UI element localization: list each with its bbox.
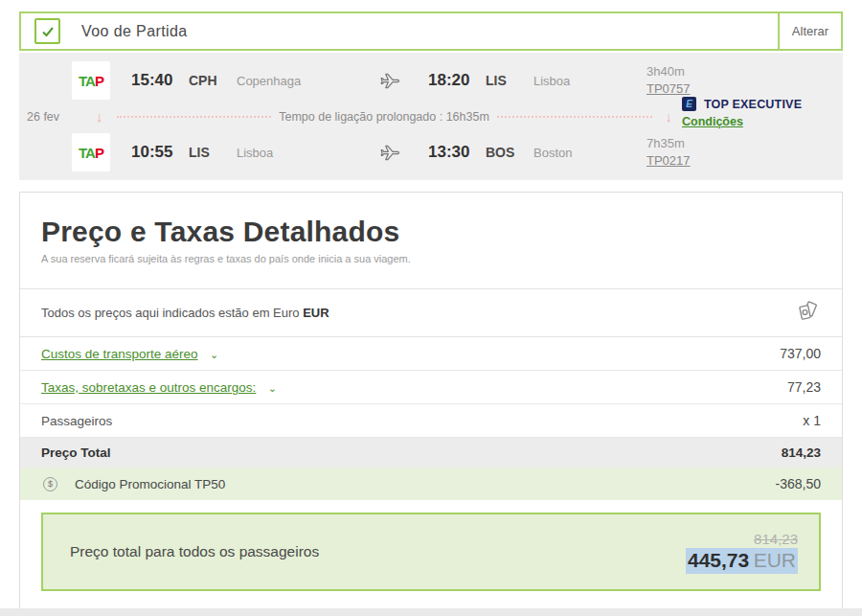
section-title: Voo de Partida <box>81 23 188 40</box>
down-arrow-icon: ↓ <box>96 108 103 125</box>
price-title: Preço e Taxas Detalhados <box>41 216 821 248</box>
transport-costs-link[interactable]: Custos de transporte aéreo <box>41 347 198 361</box>
grand-total-amounts: 814,23 445,73 EUR <box>686 531 798 574</box>
currency-note-text: Todos os preços aqui indicados estão em … <box>41 306 300 320</box>
final-price-currency: EUR <box>754 549 796 571</box>
logo-text-green: TA <box>79 145 95 161</box>
taxes-surcharges-value: 77,23 <box>787 379 821 395</box>
fee-row-promo: $ Código Promocional TP50 -368,50 <box>20 468 842 500</box>
segment1-departure-city: Copenhaga <box>237 74 366 88</box>
currency-code: EUR <box>303 306 329 320</box>
segment1-arrival-code: LIS <box>486 73 533 88</box>
banknotes-icon[interactable] <box>795 298 821 328</box>
fare-brand-name: TOP EXECUTIVE <box>704 98 802 111</box>
fare-brand-block: E TOP EXECUTIVE Condições <box>682 97 824 129</box>
segment1-flight-number-link[interactable]: TP0757 <box>646 81 691 96</box>
transport-costs-value: 737,00 <box>780 346 821 361</box>
logo-text-red: P <box>95 73 103 89</box>
executive-fare-icon: E <box>682 97 696 111</box>
segment1-departure-time: 15:40 <box>131 71 189 90</box>
segment1-duration-block: 3h40m TP0757 <box>646 63 737 97</box>
final-price-highlighted: 445,73 EUR <box>686 548 798 573</box>
passengers-count: x 1 <box>803 413 821 428</box>
flight-summary-panel: TAP 15:40 CPH Copenhaga 18:20 LIS Lisboa… <box>19 53 843 180</box>
segment2-arrival-time: 13:30 <box>428 143 486 162</box>
chevron-down-icon[interactable]: ⌄ <box>210 349 218 361</box>
segment2-departure-code: LIS <box>189 145 237 160</box>
departure-selected-checkbox[interactable] <box>34 18 60 44</box>
down-arrow-icon: ↓ <box>666 108 673 125</box>
fee-row-total: Preço Total 814,23 <box>20 438 842 468</box>
promo-row-left: $ Código Promocional TP50 <box>41 477 225 491</box>
segment1-departure-code: CPH <box>189 73 237 88</box>
segment1-duration: 3h40m <box>646 63 737 80</box>
price-card-header: Preço e Taxas Detalhados A sua reserva f… <box>20 193 842 264</box>
segment2-arrival-code: BOS <box>486 145 533 160</box>
dotted-line <box>497 116 652 118</box>
segment2-flight-number-link[interactable]: TP0217 <box>646 153 691 168</box>
fee-row-left: Taxas, sobretaxas e outros encargos: ⌄ <box>41 378 277 396</box>
segment2-arrival-city: Boston <box>533 146 639 160</box>
departure-date: 26 fev <box>27 110 71 124</box>
logo-text-red: P <box>95 145 103 161</box>
fare-conditions-link[interactable]: Condições <box>682 115 743 128</box>
segment2-duration: 7h35m <box>646 135 737 152</box>
taxes-surcharges-link[interactable]: Taxas, sobretaxas e outros encargos: <box>41 380 256 395</box>
final-price-value: 445,73 <box>688 549 749 571</box>
total-price-value: 814,23 <box>782 445 821 460</box>
segment2-departure-time: 10:55 <box>131 143 189 162</box>
segment1-arrival-time: 18:20 <box>428 71 486 90</box>
change-flight-button[interactable]: Alterar <box>778 13 841 49</box>
segment2-duration-block: 7h35m TP0217 <box>646 135 737 169</box>
airplane-icon <box>366 70 414 92</box>
promo-discount-value: -368,50 <box>776 476 821 491</box>
dollar-circle-icon: $ <box>43 477 57 491</box>
grand-total-box: Preço total para todos os passageiros 81… <box>41 513 821 591</box>
passengers-label: Passageiros <box>41 414 112 428</box>
chevron-down-icon[interactable]: ⌄ <box>268 382 277 395</box>
logo-text-green: TA <box>79 73 95 89</box>
connection-note: Tempo de ligação prolongado : 16h35m <box>279 110 489 124</box>
grand-total-label: Preço total para todos os passageiros <box>70 543 319 560</box>
fee-row-transport: Custos de transporte aéreo ⌄ 737,00 <box>20 337 842 371</box>
airplane-icon <box>366 142 414 164</box>
fee-row-left: Custos de transporte aéreo ⌄ <box>41 345 218 362</box>
fare-brand-line: E TOP EXECUTIVE <box>682 97 824 111</box>
total-price-label: Preço Total <box>41 445 111 460</box>
original-price-strikethrough: 814,23 <box>686 531 798 549</box>
currency-note: Todos os preços aqui indicados estão em … <box>41 306 329 320</box>
segment1-arrival-city: Lisboa <box>533 74 639 88</box>
page-bottom-strip <box>0 608 862 616</box>
departure-flight-header: Voo de Partida Alterar <box>19 11 843 51</box>
dotted-line <box>117 116 272 118</box>
fee-row-passengers: Passageiros x 1 <box>20 404 842 438</box>
flight-segment-2: TAP 10:55 LIS Lisboa 13:30 BOS Boston 7h… <box>19 131 843 173</box>
page: Voo de Partida Alterar TAP 15:40 CPH Cop… <box>0 0 862 616</box>
flight-segment-1: TAP 15:40 CPH Copenhaga 18:20 LIS Lisboa… <box>19 59 843 102</box>
price-breakdown-card: Preço e Taxas Detalhados A sua reserva f… <box>19 192 843 609</box>
segment2-departure-city: Lisboa <box>237 146 366 160</box>
promo-code-label: Código Promocional TP50 <box>75 477 225 491</box>
price-subtitle: A sua reserva ficará sujeita às regras e… <box>41 253 821 264</box>
tap-airline-logo: TAP <box>72 133 110 171</box>
checkmark-icon <box>40 24 56 39</box>
currency-row: Todos os preços aqui indicados estão em … <box>20 288 842 337</box>
tap-airline-logo: TAP <box>72 61 110 100</box>
fee-row-taxes: Taxas, sobretaxas e outros encargos: ⌄ 7… <box>20 371 842 404</box>
